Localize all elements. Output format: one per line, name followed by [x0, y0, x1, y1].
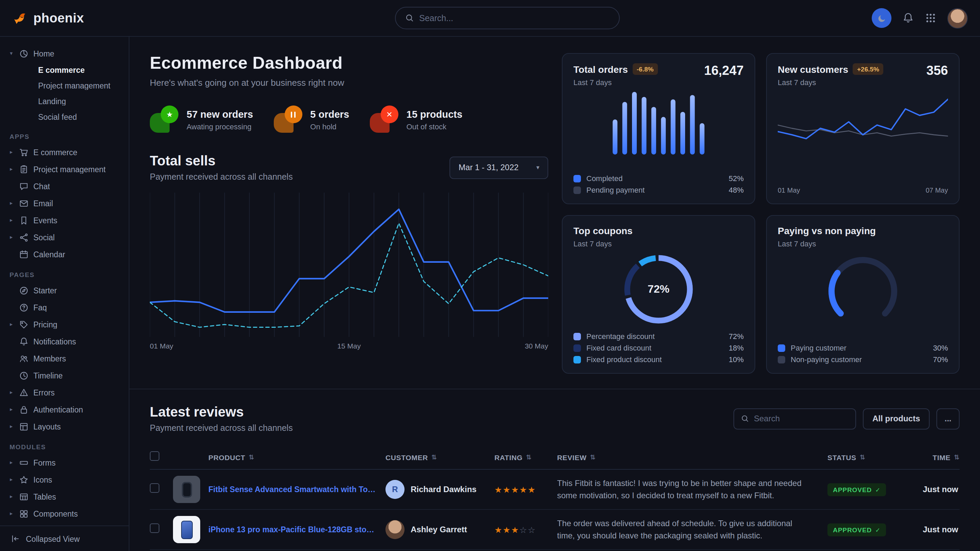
customer-name: Richard Dawkins	[410, 484, 476, 494]
sidebar-item-label: Pricing	[33, 320, 57, 329]
product-link[interactable]: iPhone 13 pro max-Pacific Blue-128GB sto…	[208, 526, 376, 534]
sidebar-item-icon	[19, 303, 29, 312]
sort-icon: ⇅	[526, 453, 532, 461]
product-link[interactable]: Fitbit Sense Advanced Smartwatch with To…	[208, 485, 376, 494]
new-customers-value: 356	[926, 63, 948, 78]
total-sells-x-labels: 01 May 15 May 30 May	[150, 342, 548, 350]
legend-value: 30%	[933, 344, 948, 352]
stat-out-of-stock: ✕ 15 products Out of stock	[370, 105, 462, 133]
sidebar-item[interactable]: ▸ Tables	[8, 488, 123, 505]
sidebar-item[interactable]: ▸ Authentication	[8, 401, 123, 418]
column-header-status[interactable]: STATUS⇅	[827, 453, 908, 461]
sidebar-subitem[interactable]: Project management	[8, 78, 123, 93]
legend-swatch	[778, 344, 785, 352]
sidebar-item[interactable]: ▸ Email	[8, 195, 123, 212]
stat-title: 57 new orders	[186, 109, 253, 119]
column-header-customer[interactable]: CUSTOMER⇅	[385, 453, 495, 461]
sidebar-item[interactable]: ▸ Starter	[8, 282, 123, 299]
product-image	[173, 516, 200, 543]
sidebar-subitem[interactable]: Landing	[8, 93, 123, 109]
column-header-time[interactable]: TIME⇅	[908, 453, 959, 461]
review-text: The order was delivered ahead of schedul…	[557, 517, 811, 542]
main-content: Ecommerce Dashboard Here's what's going …	[129, 37, 980, 551]
phoenix-logo-icon	[12, 10, 28, 26]
total-orders-chart	[608, 92, 710, 154]
date-range-value: Mar 1 - 31, 2022	[459, 163, 519, 172]
reviews-search-input[interactable]	[754, 414, 849, 423]
column-header-review[interactable]: REVIEW⇅	[557, 453, 827, 461]
chevron-right-icon: ▸	[8, 321, 14, 327]
sidebar-section: PAGES ▸ Starter ▸ Faq ▸ Pricing ▸ Notifi…	[8, 271, 123, 435]
all-products-button[interactable]: All products	[863, 408, 930, 429]
sidebar-item[interactable]: ▸ Social	[8, 229, 123, 246]
collapsed-view-toggle[interactable]: Collapsed View	[0, 526, 129, 551]
card-period: Last 7 days	[778, 240, 876, 248]
sidebar-subitem[interactable]: Social feed	[8, 109, 123, 125]
sidebar-subitem[interactable]: E commerce	[8, 62, 123, 78]
app-root: phoenix ▾ Home E commerce	[0, 0, 980, 551]
page-title: Ecommerce Dashboard	[150, 53, 548, 73]
sidebar-item-icon	[19, 337, 29, 346]
x-tick: 07 May	[926, 186, 948, 194]
star-icon: ☆	[528, 525, 536, 535]
date-range-select[interactable]: Mar 1 - 31, 2022 ▾	[450, 156, 548, 179]
sidebar-item[interactable]: ▸ Faq	[8, 299, 123, 316]
sort-icon: ⇅	[860, 453, 865, 461]
sidebar-item-icon	[19, 249, 29, 259]
sidebar-item-label: Timeline	[33, 371, 63, 380]
sidebar-item[interactable]: ▸ Notifications	[8, 333, 123, 350]
row-checkbox[interactable]	[150, 483, 159, 493]
trend-badge: -6.8%	[633, 63, 658, 75]
sidebar-item[interactable]: ▸ Forms	[8, 454, 123, 471]
sidebar-item[interactable]: ▸ Members	[8, 350, 123, 367]
chevron-down-icon: ▾	[536, 164, 539, 171]
sidebar-item[interactable]: ▸ Project management	[8, 160, 123, 178]
sidebar-item[interactable]: ▸ Events	[8, 212, 123, 229]
legend-value: 10%	[729, 355, 744, 364]
chevron-right-icon: ▸	[8, 459, 14, 465]
sort-icon: ⇅	[954, 453, 959, 461]
navbar-actions	[872, 8, 968, 28]
legend-value: 52%	[729, 174, 744, 183]
user-avatar[interactable]	[947, 8, 968, 28]
column-header-product[interactable]: PRODUCT⇅	[208, 453, 385, 461]
rating-stars: ★★★★★	[495, 483, 557, 495]
sidebar-item[interactable]: ▸ Chat	[8, 178, 123, 195]
x-tick: 01 May	[150, 342, 173, 350]
apps-grid-button[interactable]	[925, 12, 936, 24]
review-text: This Fitbit is fantastic! I was trying t…	[557, 477, 811, 502]
chevron-down-icon: ▾	[8, 50, 14, 57]
sidebar-item[interactable]: ▸ Components	[8, 505, 123, 522]
sidebar-item-icon	[19, 475, 29, 484]
column-header-rating[interactable]: RATING⇅	[495, 453, 557, 461]
select-all-checkbox[interactable]	[150, 451, 159, 460]
theme-toggle-button[interactable]	[872, 8, 891, 28]
sidebar-item[interactable]: ▸ Pricing	[8, 316, 123, 333]
reviews-search	[733, 408, 856, 429]
sidebar-item-label: Faq	[33, 303, 47, 311]
sidebar-item-home[interactable]: ▾ Home	[8, 45, 123, 62]
chevron-right-icon: ▸	[8, 166, 14, 172]
sidebar-item[interactable]: ▸ Timeline	[8, 367, 123, 384]
sidebar-item[interactable]: ▸ E commerce	[8, 144, 123, 160]
legend-row: Non-paying customer 70%	[778, 355, 948, 364]
sidebar-item-label: Project management	[33, 165, 105, 173]
reviews-title: Latest reviews	[150, 404, 293, 420]
total-sells-chart	[150, 193, 548, 337]
product-image	[173, 476, 200, 503]
sidebar-item[interactable]: ▸ Layouts	[8, 418, 123, 435]
global-search-input[interactable]	[419, 13, 609, 23]
notifications-button[interactable]	[902, 12, 914, 24]
sidebar-item[interactable]: ▸ Calendar	[8, 246, 123, 263]
row-checkbox[interactable]	[150, 524, 159, 533]
star-icon: ★	[495, 525, 503, 535]
chevron-right-icon: ▸	[8, 149, 14, 155]
chevron-right-icon: ▸	[8, 476, 14, 483]
more-options-button[interactable]: ...	[936, 408, 959, 429]
sidebar-item-icon	[19, 405, 29, 414]
stat-blob: ★	[150, 105, 178, 133]
sidebar-item[interactable]: ▸ Errors	[8, 384, 123, 401]
brand[interactable]: phoenix	[12, 10, 84, 26]
sidebar-item-label: Layouts	[33, 422, 61, 430]
sidebar-item[interactable]: ▸ Icons	[8, 471, 123, 488]
